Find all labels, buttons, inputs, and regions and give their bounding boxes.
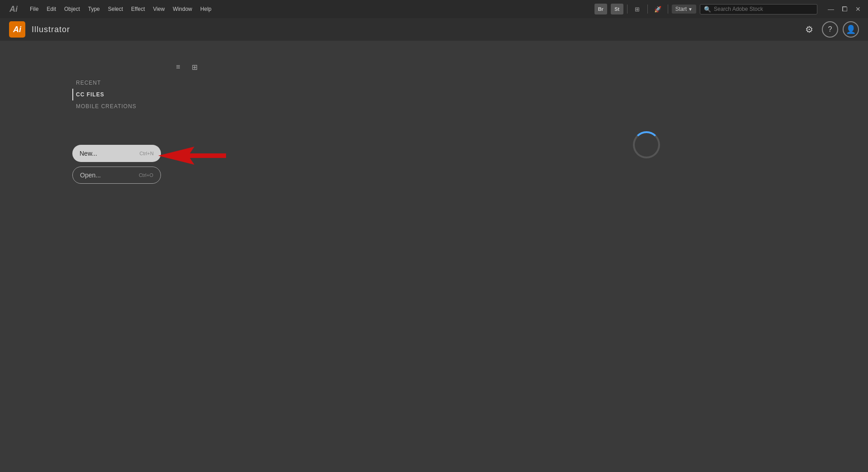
- filter-cc-files[interactable]: CC FILES: [72, 89, 137, 100]
- new-button-label: New...: [80, 150, 97, 157]
- new-button[interactable]: New... Ctrl+N: [72, 145, 161, 162]
- app-logo: Ai: [9, 21, 25, 38]
- window-controls: — ⧠ ✕: [825, 3, 864, 15]
- arrow-annotation: [158, 142, 231, 178]
- app-icon-logo: Ai: [4, 1, 24, 17]
- menu-edit[interactable]: Edit: [43, 4, 60, 14]
- profile-icon[interactable]: 👤: [843, 21, 859, 38]
- stock-button[interactable]: St: [611, 4, 623, 14]
- maximize-button[interactable]: ⧠: [838, 3, 851, 15]
- divider2: [647, 5, 648, 14]
- svg-marker-0: [158, 147, 226, 165]
- workspace-chevron-icon: ▼: [688, 7, 693, 12]
- filter-recent[interactable]: RECENT: [72, 77, 137, 89]
- menu-file[interactable]: File: [26, 4, 42, 14]
- open-button-label: Open...: [80, 172, 101, 179]
- menu-select[interactable]: Select: [104, 4, 127, 14]
- app-title: Illustrator: [32, 25, 70, 34]
- workspace-label: Start: [675, 6, 687, 12]
- action-buttons: New... Ctrl+N Open... Ctrl+O: [72, 145, 161, 184]
- header-right-icons: ⚙ ? 👤: [801, 21, 859, 38]
- menu-type[interactable]: Type: [85, 4, 104, 14]
- spinner-circle: [633, 131, 660, 158]
- close-button[interactable]: ✕: [852, 3, 864, 15]
- filter-panel: RECENT CC FILES MOBILE CREATIONS: [72, 77, 137, 112]
- grid-layout-icon[interactable]: ⊞: [631, 3, 644, 15]
- list-view-button[interactable]: ≡: [172, 61, 184, 73]
- open-button[interactable]: Open... Ctrl+O: [72, 167, 161, 184]
- menu-object[interactable]: Object: [61, 4, 84, 14]
- menu-effect[interactable]: Effect: [127, 4, 148, 14]
- search-icon: 🔍: [704, 6, 711, 13]
- grid-view-button[interactable]: ⊞: [188, 61, 201, 73]
- loading-spinner: [633, 131, 660, 158]
- bridge-button[interactable]: Br: [594, 4, 607, 14]
- menu-window[interactable]: Window: [169, 4, 196, 14]
- title-bar: Ai File Edit Object Type Select Effect V…: [0, 0, 868, 18]
- main-content: ≡ ⊞ RECENT CC FILES MOBILE CREATIONS New…: [0, 41, 868, 472]
- help-icon[interactable]: ?: [822, 21, 838, 38]
- minimize-button[interactable]: —: [825, 3, 837, 15]
- search-input[interactable]: [714, 6, 804, 12]
- menu-view[interactable]: View: [150, 4, 169, 14]
- open-button-shortcut: Ctrl+O: [139, 172, 153, 178]
- menu-help[interactable]: Help: [197, 4, 215, 14]
- title-bar-right: Br St ⊞ 🚀 Start ▼ 🔍 — ⧠ ✕: [594, 3, 864, 15]
- divider3: [668, 5, 668, 14]
- view-toggle: ≡ ⊞: [172, 61, 201, 73]
- publish-icon[interactable]: 🚀: [651, 3, 664, 15]
- app-header: Ai Illustrator ⚙ ? 👤: [0, 18, 868, 41]
- new-button-shortcut: Ctrl+N: [140, 151, 154, 156]
- settings-icon[interactable]: ⚙: [801, 21, 817, 38]
- workspace-button[interactable]: Start ▼: [672, 5, 696, 14]
- divider: [627, 5, 627, 14]
- filter-mobile[interactable]: MOBILE CREATIONS: [72, 100, 137, 112]
- menu-bar: File Edit Object Type Select Effect View…: [26, 4, 592, 14]
- adobe-stock-search[interactable]: 🔍: [700, 4, 817, 14]
